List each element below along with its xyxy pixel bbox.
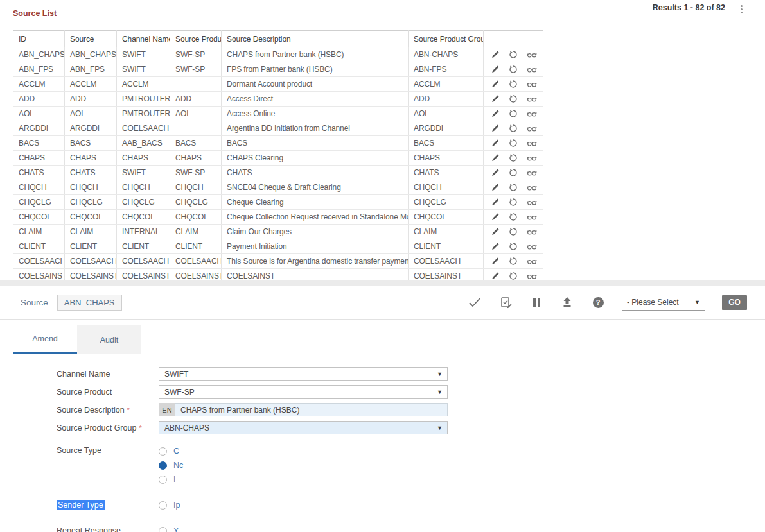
cell-source-product-group: ADD [409, 92, 484, 107]
table-row[interactable]: ACCLM ACCLM ACCLM Dormant Account produc… [13, 77, 544, 92]
cell-source: CHQCH [65, 180, 117, 195]
edit-pencil-icon[interactable] [489, 182, 501, 193]
view-eyeglasses-icon[interactable] [526, 49, 538, 60]
table-row[interactable]: ABN_CHAPS ABN_CHAPS SWIFT SWF-SP CHAPS f… [13, 47, 544, 62]
table-row[interactable]: COELSAACH COELSAACH COELSAACH COELSAACH … [13, 254, 544, 269]
history-icon[interactable] [507, 241, 519, 252]
edit-pencil-icon[interactable] [489, 241, 501, 252]
go-button[interactable]: GO [722, 295, 747, 310]
view-eyeglasses-icon[interactable] [526, 167, 538, 178]
cell-source-description: CHAPS Clearing [222, 151, 409, 166]
edit-pencil-icon[interactable] [489, 79, 501, 89]
help-icon[interactable]: ? [591, 295, 605, 309]
view-eyeglasses-icon[interactable] [526, 241, 538, 252]
table-row[interactable]: CHAPS CHAPS CHAPS CHAPS CHAPS Clearing C… [13, 151, 544, 166]
edit-pencil-icon[interactable] [489, 256, 501, 266]
history-icon[interactable] [507, 49, 519, 60]
cell-source-product: SWF-SP [170, 47, 222, 62]
history-icon[interactable] [507, 138, 519, 148]
table-row[interactable]: ABN_FPS ABN_FPS SWIFT SWF-SP FPS from Pa… [13, 62, 544, 77]
radio-button[interactable] [159, 501, 167, 510]
view-eyeglasses-icon[interactable] [526, 197, 538, 207]
chevron-down-icon: ▼ [437, 371, 443, 377]
edit-pencil-icon[interactable] [489, 123, 501, 133]
table-row[interactable]: ADD ADD PMTROUTER ADD Access Direct ADD [13, 92, 544, 107]
cell-actions [484, 210, 544, 225]
history-icon[interactable] [507, 167, 519, 178]
cell-channel-name: CHQCOL [117, 210, 170, 225]
edit-pencil-icon[interactable] [489, 212, 501, 222]
source-description-input[interactable] [175, 403, 448, 416]
edit-pencil-icon[interactable] [489, 64, 501, 74]
view-eyeglasses-icon[interactable] [526, 182, 538, 193]
history-icon[interactable] [507, 197, 519, 207]
hold-pause-icon[interactable] [529, 295, 543, 309]
view-eyeglasses-icon[interactable] [526, 94, 538, 104]
edit-pencil-icon[interactable] [489, 94, 501, 104]
source-product-select[interactable]: SWF-SP ▼ [159, 385, 448, 399]
history-icon[interactable] [507, 182, 519, 193]
kebab-menu-icon[interactable] [735, 3, 747, 15]
view-eyeglasses-icon[interactable] [526, 108, 538, 119]
edit-pencil-icon[interactable] [489, 167, 501, 178]
sender-type-label: Sender Type [0, 501, 159, 510]
table-row[interactable]: CHATS CHATS SWIFT SWF-SP CHATS CHATS [13, 166, 544, 180]
table-row[interactable]: AOL AOL PMTROUTER AOL Access Online AOL [13, 107, 544, 121]
table-scroll-track[interactable] [0, 280, 765, 286]
table-row[interactable]: COELSAINST COELSAINST COELSAINST COELSAI… [13, 269, 544, 281]
cell-source: ACCLM [65, 77, 117, 92]
edit-pencil-icon[interactable] [489, 153, 501, 163]
cell-channel-name: AAB_BACS [117, 136, 170, 151]
view-eyeglasses-icon[interactable] [526, 212, 538, 222]
table-row[interactable]: CLAIM CLAIM INTERNAL CLAIM Claim Our Cha… [13, 225, 544, 239]
action-select[interactable]: - Please Select ▼ [622, 295, 705, 311]
cell-actions [484, 254, 544, 269]
edit-pencil-icon[interactable] [489, 271, 501, 280]
cell-actions [484, 62, 544, 77]
history-icon[interactable] [507, 64, 519, 74]
amend-document-icon[interactable] [498, 295, 513, 309]
cell-source: BACS [65, 136, 117, 151]
tab-audit[interactable]: Audit [77, 325, 141, 354]
source-product-group-label: Source Product Group* [0, 424, 159, 433]
history-icon[interactable] [507, 79, 519, 89]
table-row[interactable]: ARGDDI ARGDDI COELSAACH Argentina DD Ini… [13, 121, 544, 136]
history-icon[interactable] [507, 256, 519, 266]
edit-pencil-icon[interactable] [489, 227, 501, 237]
edit-pencil-icon[interactable] [489, 138, 501, 148]
table-row[interactable]: CHQCLG CHQCLG CHQCLG CHQCLG Cheque Clear… [13, 195, 544, 210]
history-icon[interactable] [507, 108, 519, 119]
view-eyeglasses-icon[interactable] [526, 123, 538, 133]
edit-pencil-icon[interactable] [489, 108, 501, 119]
history-icon[interactable] [507, 153, 519, 163]
radio-button[interactable] [159, 461, 167, 470]
table-row[interactable]: CLIENT CLIENT CLIENT CLIENT Payment Init… [13, 239, 544, 254]
table-row[interactable]: CHQCH CHQCH CHQCH CHQCH SNCE04 Cheque & … [13, 180, 544, 195]
edit-pencil-icon[interactable] [489, 197, 501, 207]
view-eyeglasses-icon[interactable] [526, 64, 538, 74]
history-icon[interactable] [507, 94, 519, 104]
authorize-check-icon[interactable] [468, 295, 482, 309]
view-eyeglasses-icon[interactable] [526, 271, 538, 280]
view-eyeglasses-icon[interactable] [526, 256, 538, 266]
view-eyeglasses-icon[interactable] [526, 138, 538, 148]
language-tag[interactable]: EN [159, 403, 175, 416]
chevron-down-icon: ▼ [437, 425, 443, 431]
history-icon[interactable] [507, 123, 519, 133]
source-product-group-select[interactable]: ABN-CHAPS ▼ [159, 421, 448, 434]
table-row[interactable]: CHQCOL CHQCOL CHQCOL CHQCOL Cheque Colle… [13, 210, 544, 225]
history-icon[interactable] [507, 227, 519, 237]
radio-button[interactable] [159, 527, 167, 532]
view-eyeglasses-icon[interactable] [526, 227, 538, 237]
history-icon[interactable] [507, 212, 519, 222]
radio-button[interactable] [159, 447, 167, 456]
channel-name-select[interactable]: SWIFT ▼ [159, 367, 448, 381]
tab-amend[interactable]: Amend [13, 325, 77, 354]
view-eyeglasses-icon[interactable] [526, 153, 538, 163]
history-icon[interactable] [507, 271, 519, 280]
view-eyeglasses-icon[interactable] [526, 79, 538, 89]
table-row[interactable]: BACS BACS AAB_BACS BACS BACS BACS [13, 136, 544, 151]
upload-icon[interactable] [560, 295, 574, 309]
edit-pencil-icon[interactable] [489, 49, 501, 60]
radio-button[interactable] [159, 476, 167, 484]
